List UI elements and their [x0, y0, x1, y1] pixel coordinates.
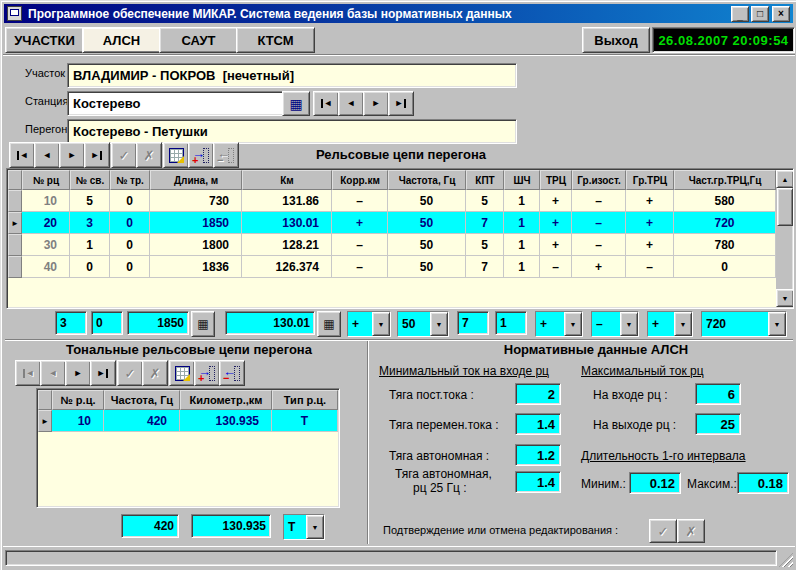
editor-frequency-dropdown[interactable]: 50▼: [397, 311, 449, 337]
dropdown-button[interactable]: ▼: [620, 312, 638, 336]
station-next-button[interactable]: ►: [363, 91, 389, 116]
stantsiya-field[interactable]: Костерево: [67, 91, 287, 116]
tonal-type-dropdown[interactable]: Т▼: [283, 514, 325, 540]
grid-edit-button[interactable]: [163, 142, 189, 168]
station-prev-button[interactable]: ◄: [338, 91, 364, 116]
exit-button[interactable]: Выход: [582, 27, 650, 53]
norms-cancel-button[interactable]: ✗: [677, 519, 705, 543]
table-row-selected[interactable]: ► 20 3 0 1850 130.01 + 50 7 1 + – + 720: [8, 212, 776, 234]
col-header[interactable]: Гр.ТРЦ: [626, 170, 674, 190]
col-header[interactable]: ШЧ: [504, 170, 540, 190]
norm-autonomous-25hz-field[interactable]: 1.4: [515, 471, 561, 493]
table-row[interactable]: 30 1 0 1800 128.21 – 50 5 1 + – + 780: [8, 234, 776, 256]
grid-prev-button[interactable]: ◄: [34, 142, 60, 168]
vertical-scrollbar[interactable]: ▲ ▼: [776, 170, 792, 307]
col-header[interactable]: № св.: [70, 170, 110, 190]
grid-insert-button[interactable]: →+: [188, 142, 214, 168]
dropdown-button[interactable]: ▼: [306, 515, 324, 539]
station-first-button[interactable]: ◄: [313, 91, 339, 116]
col-header[interactable]: Тип р.ц.: [272, 390, 338, 410]
interval-max-field[interactable]: 0.18: [737, 472, 789, 494]
table-row[interactable]: 10 5 0 730 131.86 – 50 5 1 + – + 580: [8, 190, 776, 212]
stantsiya-value: Костерево: [73, 96, 140, 111]
editor-km-input[interactable]: 130.01: [225, 311, 315, 335]
tonal-insert-button[interactable]: →+: [194, 360, 220, 386]
grid-delete-button[interactable]: ←−: [213, 142, 239, 168]
editor-korr-dropdown[interactable]: +▼: [347, 311, 391, 337]
tonal-confirm-button[interactable]: ✓: [117, 360, 143, 386]
editor-grtrc-dropdown[interactable]: +▼: [647, 311, 693, 337]
col-header[interactable]: № р.ц.: [52, 390, 104, 410]
km-calc-button[interactable]: ▦: [317, 311, 341, 337]
length-calc-button[interactable]: ▦: [191, 311, 215, 337]
tonal-next-button[interactable]: ►: [65, 360, 91, 386]
dropdown-button[interactable]: ▼: [768, 312, 786, 336]
tab-uchastki[interactable]: УЧАСТКИ: [5, 27, 84, 53]
tonal-first-button[interactable]: ◄: [15, 360, 41, 386]
tonal-edit-button[interactable]: [169, 360, 195, 386]
col-header[interactable]: Част.гр.ТРЦ,Гц: [674, 170, 776, 190]
grid-cell: –: [332, 190, 388, 212]
tonal-cancel-button[interactable]: ✗: [142, 360, 168, 386]
editor-shch-input[interactable]: 1: [495, 311, 527, 335]
grid-cancel-button[interactable]: ✗: [136, 142, 162, 168]
close-button[interactable]: ×: [772, 6, 790, 22]
grid-next-button[interactable]: ►: [59, 142, 85, 168]
col-header[interactable]: ТРЦ: [540, 170, 572, 190]
table-row[interactable]: 40 0 0 1836 126.374 – 50 7 1 – + – 0: [8, 256, 776, 278]
interval-min-field[interactable]: 0.12: [629, 472, 681, 494]
tab-ktsm[interactable]: КТСМ: [236, 27, 315, 53]
title-bar[interactable]: Программное обеспечение МИКАР. Система в…: [4, 4, 793, 23]
editor-tr-input[interactable]: 0: [91, 311, 123, 335]
grid-last-button[interactable]: ►: [84, 142, 110, 168]
uchastok-field[interactable]: ВЛАДИМИР - ПОКРОВ [нечетный]: [67, 63, 517, 88]
dropdown-button[interactable]: ▼: [564, 312, 582, 336]
editor-chastgr-dropdown[interactable]: 720▼: [701, 311, 787, 337]
norm-ac-traction-field[interactable]: 1.4: [515, 413, 561, 435]
tonal-delete-button[interactable]: ←−: [219, 360, 245, 386]
col-header[interactable]: Км: [242, 170, 332, 190]
col-header[interactable]: Частота, Гц: [388, 170, 466, 190]
resize-grip[interactable]: [779, 553, 793, 567]
grid-first-button[interactable]: ◄: [9, 142, 35, 168]
col-header[interactable]: № рц: [22, 170, 70, 190]
minimize-button[interactable]: _: [731, 6, 749, 22]
col-header[interactable]: Частота, Гц: [104, 390, 180, 410]
editor-length-input[interactable]: 1850: [127, 311, 189, 335]
tonal-frequency-input[interactable]: 420: [121, 514, 179, 538]
table-row-selected[interactable]: ► 10 420 130.935 Т: [38, 410, 338, 432]
scroll-thumb[interactable]: [777, 188, 793, 226]
station-last-button[interactable]: ►: [388, 91, 414, 116]
dropdown-button[interactable]: ▼: [674, 312, 692, 336]
editor-kpt-input[interactable]: 7: [457, 311, 489, 335]
editor-sv-input[interactable]: 3: [55, 311, 87, 335]
scroll-up-button[interactable]: ▲: [776, 170, 794, 188]
maximize-button[interactable]: □: [751, 6, 769, 22]
scroll-down-button[interactable]: ▼: [776, 289, 794, 307]
editor-grizost-dropdown[interactable]: –▼: [591, 311, 639, 337]
editor-trc-dropdown[interactable]: +▼: [535, 311, 583, 337]
tab-saut[interactable]: САУТ: [159, 27, 238, 53]
norms-confirm-button[interactable]: ✓: [649, 519, 677, 543]
grid-cell: 50: [388, 212, 466, 234]
col-header[interactable]: Корр.км: [332, 170, 388, 190]
norm-max-output-field[interactable]: 25: [695, 413, 741, 435]
dropdown-button[interactable]: ▼: [372, 312, 390, 336]
tonal-prev-button[interactable]: ◄: [40, 360, 66, 386]
col-header[interactable]: № тр.: [110, 170, 150, 190]
norm-autonomous-field[interactable]: 1.2: [515, 444, 561, 466]
tonal-km-input[interactable]: 130.935: [191, 514, 271, 538]
norm-dc-traction-field[interactable]: 2: [515, 383, 561, 405]
dropdown-button[interactable]: ▼: [430, 312, 448, 336]
tab-alsn[interactable]: АЛСН: [82, 27, 161, 53]
peregon-field[interactable]: Костерево - Петушки: [67, 119, 517, 144]
table-header-row: № рц № св. № тр. Длина, м Км Корр.км Час…: [8, 170, 776, 190]
col-header[interactable]: КПТ: [466, 170, 504, 190]
grid-confirm-button[interactable]: ✓: [111, 142, 137, 168]
col-header[interactable]: Километр.,км: [180, 390, 272, 410]
col-header[interactable]: Гр.изост.: [572, 170, 626, 190]
col-header[interactable]: Длина, м: [150, 170, 242, 190]
station-list-button[interactable]: ▦: [282, 91, 310, 116]
tonal-last-button[interactable]: ►: [90, 360, 116, 386]
norm-max-input-field[interactable]: 6: [695, 383, 741, 405]
